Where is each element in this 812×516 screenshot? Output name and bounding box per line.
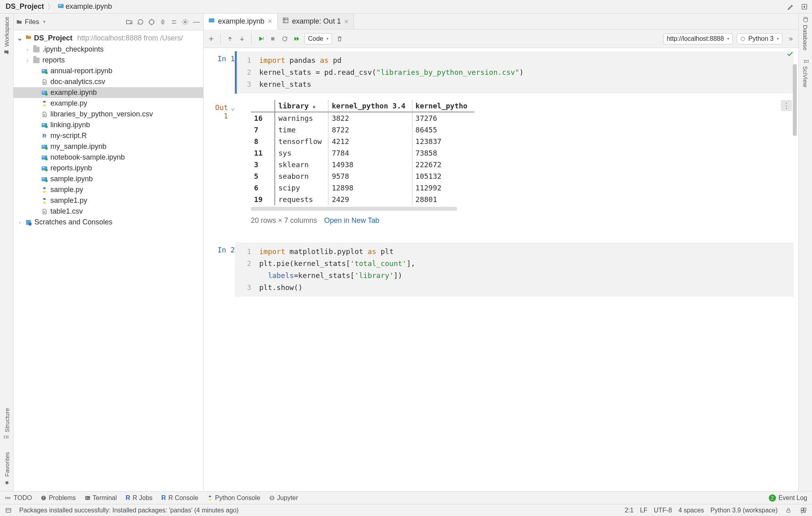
tool-problems[interactable]: Problems [41,494,76,502]
vertical-scrollbar[interactable] [793,64,797,136]
cell-in-2[interactable]: In 2 1import matplotlib.pyplot as plt2pl… [204,239,798,300]
move-up-icon[interactable] [226,34,234,43]
rail-workspace[interactable]: Workspace [3,17,10,55]
move-down-icon[interactable] [238,34,246,43]
more-icon[interactable]: » [786,34,795,43]
run-all-icon[interactable] [292,34,301,43]
table-column-header[interactable]: kernel_python 3.4 [328,100,412,112]
breadcrumb-file[interactable]: example.ipynb [55,2,114,12]
table-cell: sys [275,147,328,159]
chevron-down-icon: ▾ [727,36,729,41]
scratches-node[interactable]: › Scratches and Consoles [14,217,203,228]
editor-tab[interactable]: example: Out 1✕ [278,14,354,29]
refresh-icon[interactable] [136,18,145,26]
collapse-all-icon[interactable] [170,18,178,26]
rail-favorites[interactable]: ★Favorites [3,452,10,486]
breadcrumb-root[interactable]: DS_Project [3,2,46,12]
table-row[interactable]: 16warnings382237276 [251,112,474,124]
tree-file[interactable]: example.py [14,98,203,109]
rail-sciview[interactable]: ⠿SciView [802,59,809,87]
restart-icon[interactable] [280,34,289,43]
edit-icon[interactable] [786,2,795,11]
close-icon[interactable]: ✕ [268,18,272,24]
stop-icon[interactable] [268,34,277,43]
tool-todo[interactable]: ≔TODO [5,494,32,502]
tree-file[interactable]: notebook-sample.ipynb [14,152,203,163]
status-interpreter[interactable]: Python 3.9 (workspace) [710,507,778,514]
tree-item-label: sample.py [50,186,83,194]
open-in-new-tab-link[interactable]: Open in New Tab [324,216,380,225]
tool-rjobs[interactable]: RR Jobs [126,494,152,502]
tree-file[interactable]: sample.ipynb [14,174,203,184]
select-target-icon[interactable] [147,18,156,26]
tree-file[interactable]: Rmy-script.R [14,130,203,141]
table-row[interactable]: 8tensorflow4212123837 [251,136,474,147]
table-row[interactable]: 6scipy12898112992 [251,182,474,194]
event-log[interactable]: 2 Event Log [769,494,807,502]
delete-cell-icon[interactable] [335,34,344,43]
tree-file[interactable]: my_sample.ipynb [14,141,203,152]
lock-icon[interactable] [784,506,793,515]
tool-window-icon[interactable] [4,506,13,515]
project-root[interactable]: ⌄ DS_Project http://localhost:8888 from … [14,32,203,44]
hide-icon[interactable]: — [192,18,201,26]
tree-file[interactable]: annual-report.ipynb [14,66,203,76]
notebook-body[interactable]: In 1 1import pandas as pd2kernel_stats =… [204,48,798,491]
kernel-select[interactable]: Python 3▾ [737,33,782,44]
table-row[interactable]: 19requests242928801 [251,194,474,205]
folder-icon [33,46,40,53]
status-indent[interactable]: 4 spaces [678,507,704,514]
table-column-header[interactable]: kernel_pytho [412,100,474,112]
rail-structure[interactable]: ⠿Structure [3,408,10,439]
svg-rect-13 [42,124,44,125]
tree-file[interactable]: reports.ipynb [14,163,203,174]
run-cell-icon[interactable]: I [256,34,265,43]
table-row[interactable]: 3sklearn14938222672 [251,159,474,170]
horizontal-scrollbar[interactable] [251,207,457,211]
tool-rconsole[interactable]: RR Console [161,494,198,502]
tool-python-console[interactable]: Python Console [207,494,260,502]
ide-settings-icon[interactable] [799,506,808,515]
tree-file[interactable]: example.ipynb [14,87,203,98]
tool-jupyter[interactable]: Jupyter [269,494,298,502]
table-row[interactable]: 11sys778473858 [251,147,474,159]
project-tree[interactable]: ⌄ DS_Project http://localhost:8888 from … [14,30,203,491]
run-target-icon[interactable] [800,2,809,11]
tree-file[interactable]: doc-analytics.csv [14,76,203,87]
code-editor[interactable]: 1import matplotlib.pyplot as plt2plt.pie… [235,242,794,297]
table-row[interactable]: 7time872286455 [251,124,474,136]
table-row[interactable]: 5seaborn9578105132 [251,170,474,182]
tree-folder[interactable]: ›.ipynb_checkpoints [14,44,203,55]
table-index-header[interactable] [251,100,275,112]
tool-terminal[interactable]: Terminal [85,494,117,502]
gear-icon[interactable] [181,18,190,26]
new-folder-icon[interactable] [125,18,134,26]
status-encoding[interactable]: UTF-8 [654,507,672,514]
status-caret-pos[interactable]: 2:1 [625,507,634,514]
output-table[interactable]: library▴kernel_python 3.4kernel_pytho 16… [251,100,474,205]
status-line-sep[interactable]: LF [640,507,648,514]
project-view-selector[interactable]: Files ▾ [16,18,46,26]
table-column-header[interactable]: library▴ [275,100,328,112]
cell-label[interactable]: Out 1 ⌄ [213,100,235,228]
rail-database[interactable]: Database [802,17,809,50]
table-cell: 14938 [328,159,412,170]
celltype-select[interactable]: Code▾ [304,33,332,44]
svg-point-26 [45,180,48,182]
svg-rect-35 [43,496,44,498]
server-select[interactable]: http://localhost:8888▾ [663,33,733,44]
code-editor[interactable]: 1import pandas as pd2kernel_stats = pd.r… [235,51,794,94]
cell-menu-icon[interactable]: ⋮ [781,100,792,111]
cell-in-1[interactable]: In 1 1import pandas as pd2kernel_stats =… [204,48,798,97]
expand-all-icon[interactable] [158,18,167,26]
editor-tab[interactable]: example.ipynb✕ [204,14,278,30]
tree-file[interactable]: sample.py [14,184,203,195]
close-icon[interactable]: ✕ [344,18,349,25]
tree-file[interactable]: linking.ipynb [14,120,203,130]
add-cell-icon[interactable] [207,34,216,43]
chevron-down-icon[interactable]: ⌄ [230,103,235,112]
tree-file[interactable]: libraries_by_python_version.csv [14,109,203,120]
tree-file[interactable]: sample1.py [14,195,203,206]
tree-file[interactable]: table1.csv [14,206,203,217]
tree-folder[interactable]: ›reports [14,55,203,66]
